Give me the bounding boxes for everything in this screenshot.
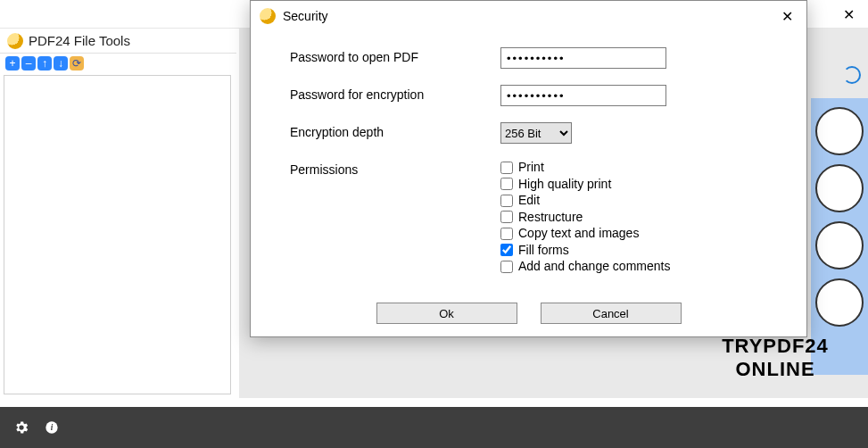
file-list[interactable] [4,75,231,394]
ad-line2: ONLINE [695,358,856,380]
app-header: PDF24 File Tools [0,29,236,54]
cancel-button[interactable]: Cancel [541,303,682,324]
password-encryption-field[interactable] [500,85,666,106]
ad-text: TRYPDF24 ONLINE [695,335,856,380]
dialog-icon [260,8,276,24]
row-password-encryption: Password for encryption [290,85,780,106]
ad-doodle-icon [815,164,864,212]
permission-checkbox[interactable] [500,228,513,240]
ad-doodle-icon [815,221,864,270]
permission-item[interactable]: High quality print [500,177,670,193]
ad-doodle-icon [815,278,864,327]
svg-text:i: i [51,423,54,432]
ad-doodle-icon [815,107,864,155]
permission-checkbox[interactable] [500,162,513,174]
toolbar-refresh-button[interactable]: ⟳ [70,56,84,71]
permission-item[interactable]: Fill forms [500,243,670,259]
security-dialog: Security ✕ Password to open PDF Password… [250,0,807,337]
permission-item[interactable]: Print [500,160,670,176]
toolbar-add-button[interactable]: + [5,56,20,71]
permission-checkbox[interactable] [500,211,513,223]
permission-checkbox[interactable] [500,261,513,273]
ad-sidebar [811,98,868,375]
permission-label: High quality print [518,177,611,193]
status-bar: i [0,407,868,448]
row-encryption-depth: Encryption depth 256 Bit [290,122,780,144]
toolbar: + – ↑ ↓ ⟳ [0,54,236,73]
permission-label: Add and change comments [518,259,670,275]
permission-checkbox[interactable] [500,244,513,256]
label-password-open: Password to open PDF [290,47,500,64]
main-close-button[interactable]: ✕ [829,0,868,29]
app-title: PDF24 File Tools [29,33,130,48]
permission-item[interactable]: Add and change comments [500,259,670,275]
permission-item[interactable]: Restructure [500,210,670,226]
dialog-footer: Ok Cancel [251,303,806,324]
encryption-depth-select[interactable]: 256 Bit [500,122,572,144]
permission-label: Fill forms [518,243,569,259]
permission-checkbox[interactable] [500,178,513,190]
dialog-titlebar: Security [251,1,806,31]
dialog-title: Security [283,9,328,23]
refresh-icon[interactable] [843,66,861,84]
toolbar-down-button[interactable]: ↓ [54,56,68,71]
gear-icon[interactable] [12,419,30,436]
dialog-body: Password to open PDF Password for encryp… [251,31,806,275]
dialog-close-button[interactable]: ✕ [767,1,806,31]
permission-label: Copy text and images [518,226,639,242]
label-permissions: Permissions [290,160,500,177]
toolbar-remove-button[interactable]: – [21,56,36,71]
permission-label: Print [518,160,544,176]
permission-item[interactable]: Edit [500,193,670,209]
permission-label: Restructure [518,210,583,226]
ad-line1: TRYPDF24 [695,335,856,357]
label-encryption-depth: Encryption depth [290,122,500,139]
permissions-list: PrintHigh quality printEditRestructureCo… [500,160,670,275]
password-open-field[interactable] [500,47,666,69]
permission-label: Edit [518,193,540,209]
row-permissions: Permissions PrintHigh quality printEditR… [290,160,780,275]
permission-item[interactable]: Copy text and images [500,226,670,242]
label-password-encryption: Password for encryption [290,85,500,102]
info-icon[interactable]: i [43,419,61,436]
row-password-open: Password to open PDF [290,47,780,69]
ok-button[interactable]: Ok [376,303,517,324]
permission-checkbox[interactable] [500,195,513,207]
app-icon [7,33,23,49]
toolbar-up-button[interactable]: ↑ [37,56,52,71]
